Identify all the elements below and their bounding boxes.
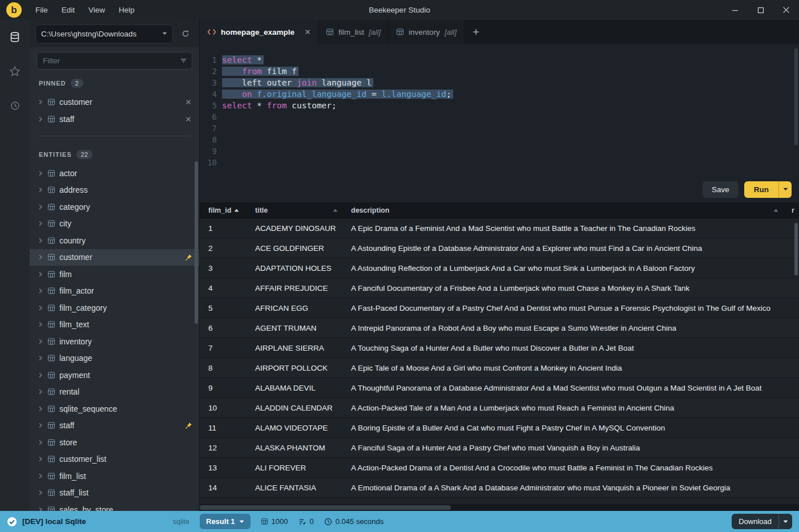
table-row[interactable]: 2ACE GOLDFINGERA Astounding Epistle of a…	[200, 238, 799, 258]
entity-item-city[interactable]: city	[30, 216, 199, 233]
entity-item-customer[interactable]: customer	[30, 249, 199, 266]
cell-title[interactable]: ALADDIN CALENDAR	[247, 404, 342, 412]
databases-rail-button[interactable]	[5, 27, 25, 47]
cell-title[interactable]: ALAMO VIDEOTAPE	[247, 424, 342, 432]
connection-selector[interactable]: C:\Users\ghstng\Downloads	[35, 25, 173, 43]
table-row[interactable]: 5AFRICAN EGGA Fast-Paced Documentary of …	[200, 298, 799, 318]
tab-film_list[interactable]: film_list[all]	[318, 20, 389, 44]
table-row[interactable]: 14ALICE FANTASIAA Emotional Drama of a A…	[200, 478, 799, 498]
column-header-description[interactable]: description	[342, 202, 783, 218]
menu-file[interactable]: File	[30, 3, 54, 17]
table-row[interactable]: 3ADAPTATION HOLESA Astounding Reflection…	[200, 258, 799, 278]
unpin-close-button[interactable]	[184, 98, 192, 106]
results-horizontal-scrollbar[interactable]	[200, 504, 799, 511]
entity-item-film_text[interactable]: film_text	[30, 316, 199, 334]
table-row[interactable]: 1ACADEMY DINOSAURA Epic Drama of a Femin…	[200, 218, 799, 238]
cell-title[interactable]: ACE GOLDFINGER	[247, 244, 342, 253]
table-row[interactable]: 8AIRPORT POLLOCKA Epic Tale of a Moose A…	[200, 358, 799, 378]
cell-title[interactable]: AIRPORT POLLOCK	[247, 364, 342, 372]
entity-item-film[interactable]: film	[30, 266, 199, 283]
menu-edit[interactable]: Edit	[56, 3, 80, 17]
entity-item-sqlite_sequence[interactable]: sqlite_sequence	[30, 400, 199, 417]
filter-input[interactable]	[37, 52, 192, 70]
favorites-rail-button[interactable]	[5, 61, 25, 82]
entity-item-language[interactable]: language	[30, 350, 199, 367]
entity-item-payment[interactable]: payment	[30, 367, 199, 384]
entity-item-film_list[interactable]: film_list	[30, 468, 199, 485]
table-row[interactable]: 4AFFAIR PREJUDICEA Fanciful Documentary …	[200, 278, 799, 298]
new-tab-button[interactable]	[465, 20, 487, 44]
tab-homepage_example[interactable]: homepage_example	[200, 20, 318, 44]
tab-inventory[interactable]: inventory[all]	[389, 20, 465, 44]
cell-film_id[interactable]: 12	[200, 444, 247, 452]
cell-description[interactable]: A Action-Packed Drama of a Dentist And a…	[342, 464, 783, 472]
cell-title[interactable]: AFFAIR PREJUDICE	[247, 284, 342, 293]
table-row[interactable]: 15ALIEN CENTERA Brilliant Drama of a Cat…	[200, 498, 799, 504]
cell-description[interactable]: A Fanciful Saga of a Hunter And a Pastry…	[342, 444, 783, 452]
cell-description[interactable]: A Epic Drama of a Feminist And a Mad Sci…	[342, 224, 783, 233]
table-row[interactable]: 11ALAMO VIDEOTAPEA Boring Epistle of a B…	[200, 418, 799, 438]
entity-item-film_category[interactable]: film_category	[30, 299, 199, 316]
refresh-button[interactable]	[177, 26, 193, 42]
entity-item-sales_by_store[interactable]: sales_by_store	[30, 501, 199, 511]
table-row[interactable]: 7AIRPLANE SIERRAA Touching Saga of a Hun…	[200, 338, 799, 358]
entity-item-inventory[interactable]: inventory	[30, 333, 199, 350]
cell-film_id[interactable]: 8	[200, 364, 247, 372]
history-rail-button[interactable]	[5, 95, 25, 116]
cell-film_id[interactable]: 5	[200, 304, 247, 312]
entity-item-address[interactable]: address	[30, 182, 199, 199]
pinned-item-customer[interactable]: customer	[30, 94, 199, 111]
cell-film_id[interactable]: 11	[200, 424, 247, 432]
scrollbar-thumb[interactable]	[200, 505, 451, 510]
cell-title[interactable]: ALICE FANTASIA	[247, 484, 342, 492]
cell-title[interactable]: AIRPLANE SIERRA	[247, 344, 342, 352]
entity-item-store[interactable]: store	[30, 434, 199, 451]
run-options-button[interactable]	[778, 181, 792, 198]
run-button[interactable]: Run	[744, 181, 778, 198]
menu-view[interactable]: View	[83, 3, 111, 17]
download-button[interactable]: Download	[732, 514, 778, 529]
sidebar-scrollbar[interactable]	[195, 161, 198, 324]
table-row[interactable]: 12ALASKA PHANTOMA Fanciful Saga of a Hun…	[200, 438, 799, 458]
cell-film_id[interactable]: 1	[200, 224, 247, 233]
minimize-button[interactable]	[722, 0, 748, 20]
entity-item-customer_list[interactable]: customer_list	[30, 451, 199, 468]
cell-description[interactable]: A Astounding Epistle of a Database Admin…	[342, 244, 783, 253]
cell-description[interactable]: A Thoughtful Panorama of a Database Admi…	[342, 384, 783, 392]
entities-section-header[interactable]: ENTITIES 22	[30, 144, 199, 165]
cell-description[interactable]: A Fanciful Documentary of a Frisbee And …	[342, 284, 783, 293]
entity-item-actor[interactable]: actor	[30, 165, 199, 182]
cell-film_id[interactable]: 3	[200, 264, 247, 273]
cell-description[interactable]: A Touching Saga of a Hunter And a Butler…	[342, 344, 783, 352]
entity-item-staff[interactable]: staff	[30, 417, 199, 434]
menu-help[interactable]: Help	[113, 3, 140, 17]
sql-editor[interactable]: 12345678910 select * from film f left ou…	[200, 44, 799, 176]
download-options-button[interactable]	[778, 514, 792, 529]
cell-film_id[interactable]: 14	[200, 484, 247, 492]
entity-item-category[interactable]: category	[30, 198, 199, 216]
cell-film_id[interactable]: 2	[200, 244, 247, 253]
cell-title[interactable]: ALI FOREVER	[247, 464, 342, 472]
table-row[interactable]: 10ALADDIN CALENDARA Action-Packed Tale o…	[200, 398, 799, 418]
cell-film_id[interactable]: 10	[200, 404, 247, 412]
unpin-close-button[interactable]	[184, 115, 192, 123]
save-button[interactable]: Save	[703, 181, 739, 198]
editor-scrollbar[interactable]	[794, 48, 798, 145]
result-selector[interactable]: Result 1	[200, 514, 251, 529]
maximize-button[interactable]	[748, 0, 773, 20]
column-header-film_id[interactable]: film_id	[200, 202, 247, 218]
entity-item-country[interactable]: country	[30, 232, 199, 249]
cell-description[interactable]: A Boring Epistle of a Butler And a Cat w…	[342, 424, 783, 432]
cell-description[interactable]: A Astounding Reflection of a Lumberjack …	[342, 264, 783, 273]
cell-title[interactable]: ADAPTATION HOLES	[247, 264, 342, 273]
entity-item-rental[interactable]: rental	[30, 384, 199, 401]
pinned-item-staff[interactable]: staff	[30, 111, 199, 128]
tab-close-button[interactable]	[305, 29, 310, 35]
cell-film_id[interactable]: 4	[200, 284, 247, 293]
cell-film_id[interactable]: 6	[200, 324, 247, 332]
pinned-section-header[interactable]: PINNED 2	[30, 73, 199, 94]
cell-title[interactable]: AFRICAN EGG	[247, 304, 342, 312]
cell-title[interactable]: AGENT TRUMAN	[247, 324, 342, 332]
cell-title[interactable]: ALASKA PHANTOM	[247, 444, 342, 452]
cell-title[interactable]: ACADEMY DINOSAUR	[247, 224, 342, 233]
